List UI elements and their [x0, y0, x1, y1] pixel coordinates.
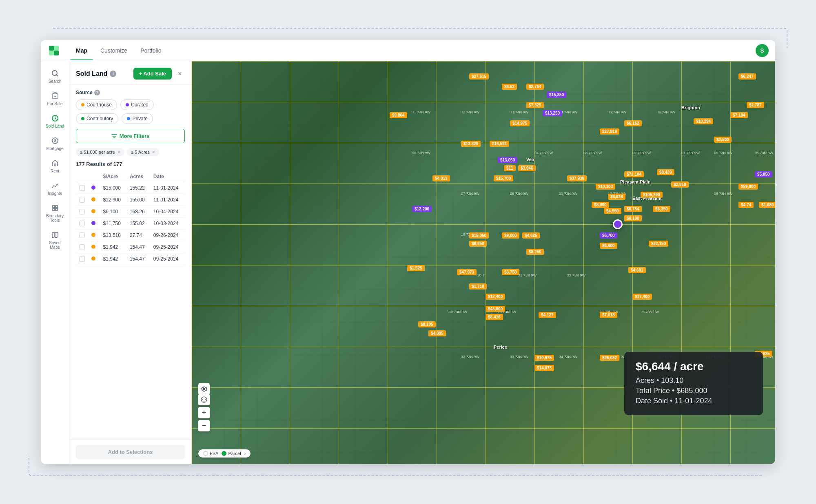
row-checkbox-6[interactable] [79, 256, 85, 262]
price-label-0[interactable]: $27,615 [469, 73, 489, 80]
price-label-49[interactable]: $47,973 [457, 269, 477, 275]
col-price-acre[interactable]: $/Acre [100, 171, 126, 182]
price-label-5[interactable]: $7,325 [526, 102, 544, 108]
price-label-22[interactable]: $15,700 [494, 175, 513, 181]
price-label-13[interactable]: $27,819 [600, 128, 619, 135]
price-label-34[interactable]: $6,350 [653, 206, 670, 212]
price-label-38[interactable]: $1,680 [759, 202, 775, 208]
price-label-43[interactable]: $8,250 [526, 249, 544, 255]
row-checkbox-3[interactable] [79, 221, 85, 226]
price-label-41[interactable]: $6,900 [600, 243, 617, 249]
price-label-19[interactable]: $11 [504, 165, 516, 171]
source-tag-courthouse[interactable]: Courthouse [76, 99, 117, 110]
price-label-50[interactable]: $3,750 [502, 269, 519, 275]
map-area[interactable]: 31 74N 9W32 74N 9W33 74N 9W34 74N 9W35 7… [192, 61, 775, 464]
zoom-out-button[interactable]: − [198, 420, 210, 431]
price-label-31[interactable]: $6,626 [608, 194, 625, 200]
zoom-in-button[interactable]: + [198, 407, 210, 418]
selected-map-dot[interactable] [613, 219, 623, 229]
price-label-48[interactable]: $1,525 [407, 265, 425, 271]
price-label-6[interactable]: $13,250 [543, 110, 562, 116]
tab-map[interactable]: Map [70, 45, 93, 56]
row-checkbox-4[interactable] [79, 232, 85, 238]
price-label-12[interactable]: $6,162 [624, 120, 642, 126]
price-label-55[interactable]: $43,000 [486, 306, 505, 312]
price-label-36[interactable]: $8,100 [624, 215, 642, 221]
price-label-27[interactable]: $2,818 [671, 181, 689, 188]
tab-customize[interactable]: Customize [95, 45, 133, 56]
price-label-45[interactable]: $9,000 [502, 232, 519, 239]
col-date[interactable]: Date [150, 171, 185, 182]
price-label-46[interactable]: $4,625 [522, 232, 540, 239]
price-label-1[interactable]: $6,247 [738, 73, 756, 80]
remove-filter-acres[interactable]: × [152, 149, 155, 155]
price-label-47[interactable]: $8,950 [469, 241, 487, 247]
price-label-62[interactable]: $26,032 [600, 355, 619, 361]
price-label-33[interactable]: $6,754 [624, 206, 642, 212]
source-tag-private[interactable]: Private [122, 113, 153, 124]
table-row[interactable]: $9,100 168.26 10-04-2024 [76, 206, 185, 218]
price-label-37[interactable]: $4.74 [738, 202, 754, 208]
info-icon[interactable]: i [110, 71, 116, 77]
remove-filter-price[interactable]: × [118, 149, 120, 155]
price-label-16[interactable]: $13,820 [461, 141, 481, 147]
price-label-11[interactable]: $10,294 [694, 118, 713, 124]
sidebar-item-sold-land[interactable]: Sold Land [43, 111, 67, 132]
add-sale-button[interactable]: + Add Sale [133, 68, 172, 80]
table-row[interactable]: $1,942 154.47 09-25-2024 [76, 253, 185, 265]
price-label-42[interactable]: $22,150 [649, 241, 668, 247]
price-label-40[interactable]: $6,700 [600, 232, 617, 239]
source-tag-contributory[interactable]: Contributory [76, 113, 118, 124]
user-avatar[interactable]: S [756, 44, 769, 57]
row-checkbox-5[interactable] [79, 244, 85, 250]
layer-option-parcel[interactable]: Parcel [222, 451, 241, 456]
price-label-3[interactable]: $2,764 [526, 84, 544, 90]
map-settings-button[interactable] [198, 383, 210, 395]
price-label-51[interactable]: $4,601 [628, 267, 646, 273]
table-row[interactable]: $13,518 27.74 09-26-2024 [76, 230, 185, 241]
sidebar-item-boundary-tools[interactable]: Boundary Tools [43, 201, 67, 226]
row-checkbox-0[interactable] [79, 185, 85, 191]
sidebar-item-saved-maps[interactable]: Saved Maps [43, 228, 67, 253]
price-label-44[interactable]: $15,060 [469, 232, 489, 239]
price-label-15[interactable]: $9,864 [390, 112, 407, 118]
price-label-24[interactable]: $72,104 [624, 171, 644, 177]
layer-option-fsa[interactable]: FSA [203, 451, 218, 456]
price-label-53[interactable]: $17,400 [632, 294, 652, 300]
price-label-18[interactable]: $13,050 [498, 157, 517, 163]
source-tag-curated[interactable]: Curated [120, 99, 154, 110]
fsa-radio[interactable] [203, 451, 208, 456]
price-label-32[interactable]: $4,550 [604, 208, 621, 214]
more-filters-button[interactable]: More Filters [76, 129, 185, 143]
price-label-7[interactable]: $14,975 [510, 120, 530, 126]
parcel-radio[interactable] [222, 451, 226, 456]
sidebar-item-mortgage[interactable]: Mortgage [43, 133, 67, 154]
price-label-63[interactable]: $14,875 [534, 365, 554, 371]
price-label-35[interactable]: $8,800 [592, 202, 609, 208]
sidebar-item-rent[interactable]: Rent [43, 156, 67, 177]
price-label-29[interactable]: $59,800 [738, 183, 758, 190]
price-label-14[interactable]: $2,500 [714, 137, 732, 143]
price-label-60[interactable]: $4,805 [428, 330, 446, 336]
price-label-25[interactable]: $8,439 [657, 169, 674, 175]
price-label-57[interactable]: $4,127 [539, 312, 556, 318]
price-label-39[interactable]: $12,200 [412, 206, 432, 212]
price-label-17[interactable]: $16,591 [490, 141, 509, 147]
map-compass[interactable] [198, 394, 210, 405]
price-label-26[interactable]: $10,303 [596, 183, 615, 190]
sidebar-item-for-sale[interactable]: For Sale [43, 88, 67, 109]
close-panel-button[interactable]: × [175, 69, 185, 79]
price-label-30[interactable]: $106,290 [641, 192, 663, 198]
source-info-icon[interactable]: ? [94, 90, 100, 95]
price-label-21[interactable]: $4,013 [432, 175, 450, 181]
price-label-56[interactable]: $8,416 [486, 314, 503, 320]
sidebar-item-insights[interactable]: Insights [43, 178, 67, 199]
row-checkbox-2[interactable] [79, 209, 85, 214]
price-label-20[interactable]: $3,946 [518, 165, 536, 171]
add-to-selections-button[interactable]: Add to Selections [76, 445, 185, 459]
row-checkbox-1[interactable] [79, 197, 85, 203]
price-label-58[interactable]: $7,018 [600, 312, 617, 318]
table-row[interactable]: $12,900 155.00 11-01-2024 [76, 194, 185, 206]
col-acres[interactable]: Acres [126, 171, 150, 182]
table-row[interactable]: $1,942 154.47 09-25-2024 [76, 241, 185, 253]
